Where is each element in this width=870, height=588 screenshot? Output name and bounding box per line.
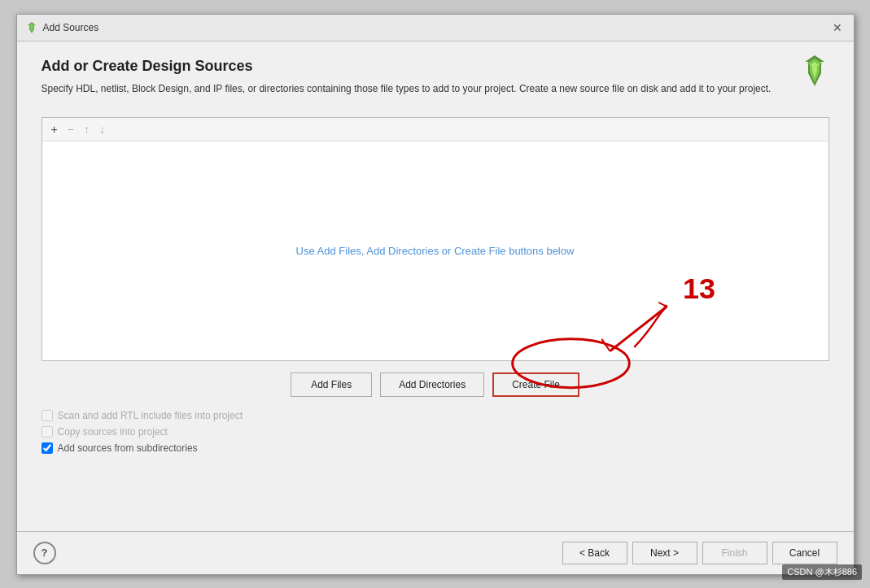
- add-subdirs-checkbox[interactable]: [42, 442, 53, 454]
- scan-rtl-label: Scan and add RTL include files into proj…: [58, 410, 243, 421]
- cancel-button[interactable]: Cancel: [772, 542, 837, 564]
- vivado-logo-area: [800, 55, 829, 90]
- add-sources-dialog: Add Sources ✕ Add or Create Design Sourc…: [16, 14, 855, 575]
- close-button[interactable]: ✕: [829, 20, 846, 36]
- help-button[interactable]: ?: [33, 542, 56, 564]
- add-subdirs-label: Add sources from subdirectories: [58, 442, 198, 454]
- dialog-body: Add or Create Design Sources Specify HDL…: [17, 41, 854, 531]
- options-section: Scan and add RTL include files into proj…: [42, 410, 829, 454]
- dialog-title-text: Add Sources: [43, 22, 99, 33]
- file-panel: + − ↑ ↓ Use Add Files, Add Directories o…: [42, 117, 829, 361]
- dialog-footer: ? < Back Next > Finish Cancel: [17, 531, 854, 574]
- page-description: Specify HDL, netlist, Block Design, and …: [42, 81, 829, 96]
- footer-right: < Back Next > Finish Cancel: [562, 542, 837, 564]
- title-bar: Add Sources ✕: [17, 15, 854, 41]
- page-title: Add or Create Design Sources: [42, 58, 829, 75]
- app-icon: [25, 21, 38, 34]
- scan-rtl-row: Scan and add RTL include files into proj…: [42, 410, 829, 421]
- move-down-button[interactable]: ↓: [95, 121, 109, 137]
- title-bar-left: Add Sources: [25, 21, 99, 34]
- move-up-button[interactable]: ↑: [80, 121, 94, 137]
- file-list-empty: Use Add Files, Add Directories or Create…: [42, 142, 828, 360]
- add-item-button[interactable]: +: [47, 121, 62, 137]
- action-buttons-group: Add Files Add Directories Create File: [42, 372, 829, 397]
- remove-item-button[interactable]: −: [63, 121, 78, 137]
- copy-sources-label: Copy sources into project: [58, 426, 168, 438]
- finish-button[interactable]: Finish: [702, 542, 767, 564]
- footer-left: ?: [33, 542, 56, 564]
- copy-sources-row: Copy sources into project: [42, 426, 829, 438]
- file-toolbar: + − ↑ ↓: [42, 118, 828, 142]
- scan-rtl-checkbox[interactable]: [42, 410, 53, 421]
- add-files-button[interactable]: Add Files: [291, 372, 372, 397]
- vivado-logo: [800, 55, 829, 88]
- back-button[interactable]: < Back: [562, 542, 627, 564]
- add-directories-button[interactable]: Add Directories: [380, 372, 484, 397]
- csdn-badge: CSDN @木杉886: [782, 564, 862, 580]
- next-button[interactable]: Next >: [632, 542, 697, 564]
- create-file-button[interactable]: Create File: [492, 372, 579, 397]
- dialog-header: Add or Create Design Sources Specify HDL…: [42, 58, 829, 96]
- file-placeholder-text: Use Add Files, Add Directories or Create…: [296, 245, 575, 257]
- add-subdirs-row: Add sources from subdirectories: [42, 442, 829, 454]
- copy-sources-checkbox[interactable]: [42, 426, 53, 438]
